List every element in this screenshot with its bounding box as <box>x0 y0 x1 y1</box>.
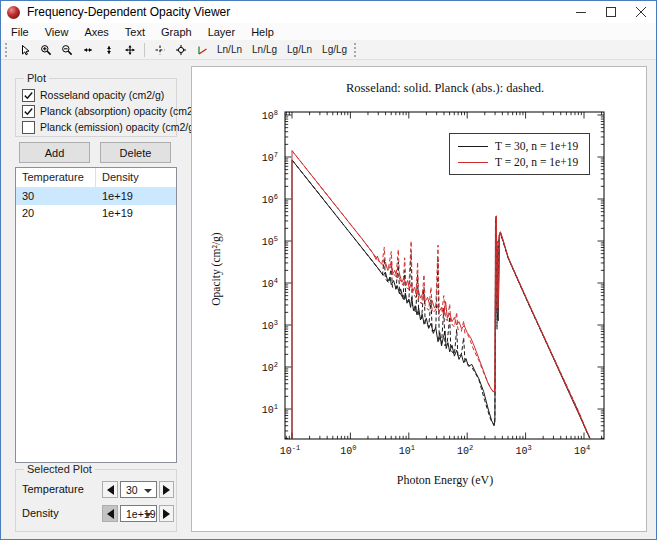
menu-file[interactable]: File <box>3 23 37 40</box>
spinner-prev-button[interactable] <box>102 481 118 498</box>
y-tick-label: 106 <box>262 193 278 206</box>
check-mark-icon <box>23 106 34 117</box>
target-icon <box>175 44 187 56</box>
toolbar-grip-right[interactable] <box>354 43 359 57</box>
plot-options-group: Plot Rosseland opacity (cm2/g)Planck (ab… <box>15 78 177 137</box>
spinner-value-dropdown[interactable]: 1e+19 <box>120 505 157 522</box>
checkbox-label: Planck (absorption) opacity (cm2/g) <box>40 105 205 117</box>
plot-canvas: Rosseland: solid. Planck (abs.): dashed.… <box>191 66 647 532</box>
legend-line-sample <box>458 162 488 163</box>
axes-icon <box>196 44 208 56</box>
y-tick-label: 101 <box>262 403 278 416</box>
menu-view[interactable]: View <box>37 23 77 40</box>
zoom-out-icon[interactable] <box>56 41 77 59</box>
minimize-button[interactable] <box>566 1 596 23</box>
expand-horizontal-icon <box>82 44 94 56</box>
menu-text[interactable]: Text <box>117 23 153 40</box>
crosshair-icon[interactable] <box>149 41 170 59</box>
pan-icon[interactable] <box>119 41 140 59</box>
add-button[interactable]: Add <box>19 142 90 163</box>
zoom-in-icon[interactable] <box>35 41 56 59</box>
spinner-next-button[interactable] <box>159 481 174 498</box>
y-tick-label: 103 <box>262 319 278 332</box>
zoom-out-icon <box>61 44 73 56</box>
expand-horizontal-icon[interactable] <box>77 41 98 59</box>
spinner-row-density: Density1e+19 <box>16 505 176 522</box>
scale-lnln-button[interactable]: Ln/Ln <box>212 41 247 59</box>
series-t20-n-1e-19-planck-abs <box>292 151 590 438</box>
x-tick-label: 102 <box>457 444 473 457</box>
table-row[interactable]: 301e+19 <box>16 188 176 205</box>
checkbox-unchecked-icon[interactable] <box>22 121 35 134</box>
toolbar: Ln/LnLn/LgLg/LnLg/Lg <box>1 40 656 60</box>
legend-line-sample <box>458 146 488 147</box>
table-cell: 30 <box>16 188 96 205</box>
column-header-density[interactable]: Density <box>96 168 139 187</box>
x-tick-label: 104 <box>574 444 590 457</box>
delete-button[interactable]: Delete <box>100 142 171 163</box>
legend-label: T = 30, n = 1e+19 <box>495 140 578 152</box>
pointer-icon[interactable] <box>14 41 35 59</box>
table-cell: 1e+19 <box>96 205 133 222</box>
close-button[interactable] <box>626 1 656 23</box>
expand-vertical-icon <box>103 44 115 56</box>
scale-lgln-button[interactable]: Lg/Ln <box>282 41 317 59</box>
left-triangle-icon <box>107 509 114 519</box>
spinner-value-dropdown[interactable]: 30 <box>120 481 157 498</box>
series-t30-n-1e-19-rosseland <box>292 160 590 439</box>
target-icon[interactable] <box>170 41 191 59</box>
x-tick-label: 101 <box>399 444 415 457</box>
crosshair-icon <box>154 44 166 56</box>
menu-layer[interactable]: Layer <box>200 23 244 40</box>
menu-graph[interactable]: Graph <box>153 23 200 40</box>
axes-icon[interactable] <box>191 41 212 59</box>
table-cell: 1e+19 <box>96 188 133 205</box>
chart-legend: T = 30, n = 1e+19T = 20, n = 1e+19 <box>449 133 590 175</box>
pointer-icon <box>19 44 31 56</box>
series-t20-n-1e-19-rosseland <box>292 151 590 439</box>
checkbox-label: Rosseland opacity (cm2/g) <box>40 89 164 101</box>
window-title: Frequency-Dependent Opacity Viewer <box>27 5 566 19</box>
y-tick-label: 108 <box>262 109 278 122</box>
maximize-button[interactable] <box>596 1 626 23</box>
spinner-value: 30 <box>126 484 138 496</box>
table-header: TemperatureDensity <box>16 168 176 188</box>
checkbox-row: Planck (emission) opacity (cm2/g) <box>22 120 198 134</box>
menu-axes[interactable]: Axes <box>76 23 116 40</box>
toolbar-separator <box>144 43 145 57</box>
legend-label: T = 20, n = 1e+19 <box>495 156 578 168</box>
x-axis-label: Photon Energy (eV) <box>285 473 605 488</box>
right-triangle-icon <box>163 509 170 519</box>
selected-plot-group: Selected Plot Temperature30Density1e+19 <box>15 469 177 532</box>
check-mark-icon <box>23 90 34 101</box>
series-t30-n-1e-19-planck-abs <box>292 160 590 439</box>
pan-icon <box>124 44 136 56</box>
spinner-label: Temperature <box>22 483 84 495</box>
table-row[interactable]: 201e+19 <box>16 205 176 222</box>
menu-help[interactable]: Help <box>243 23 282 40</box>
scale-lnlg-button[interactable]: Ln/Lg <box>247 41 282 59</box>
checkbox-checked-icon[interactable] <box>22 89 35 102</box>
selected-plot-title: Selected Plot <box>24 463 95 475</box>
spinner-next-button[interactable] <box>159 505 174 522</box>
toolbar-grip-left[interactable] <box>5 43 10 57</box>
spinner-label: Density <box>22 507 59 519</box>
y-tick-label: 105 <box>262 235 278 248</box>
checkbox-checked-icon[interactable] <box>22 105 35 118</box>
x-tick-label: 103 <box>515 444 531 457</box>
title-bar: Frequency-Dependent Opacity Viewer <box>1 1 656 23</box>
menu-bar: FileViewAxesTextGraphLayerHelp <box>1 23 656 40</box>
window-controls <box>566 1 656 23</box>
column-header-temperature[interactable]: Temperature <box>16 168 96 187</box>
scale-lglg-button[interactable]: Lg/Lg <box>317 41 352 59</box>
y-axis-label: Opacity (cm²/g) <box>210 209 222 329</box>
spinner-prev-button[interactable] <box>102 505 118 522</box>
table-cell: 20 <box>16 205 96 222</box>
expand-vertical-icon[interactable] <box>98 41 119 59</box>
legend-entry: T = 30, n = 1e+19 <box>450 138 589 154</box>
left-triangle-icon <box>107 485 114 495</box>
checkbox-label: Planck (emission) opacity (cm2/g) <box>40 121 198 133</box>
spinner-row-temperature: Temperature30 <box>16 481 176 498</box>
x-tick-label: 100 <box>340 444 356 457</box>
plots-table[interactable]: TemperatureDensity301e+19201e+19 <box>15 167 177 463</box>
